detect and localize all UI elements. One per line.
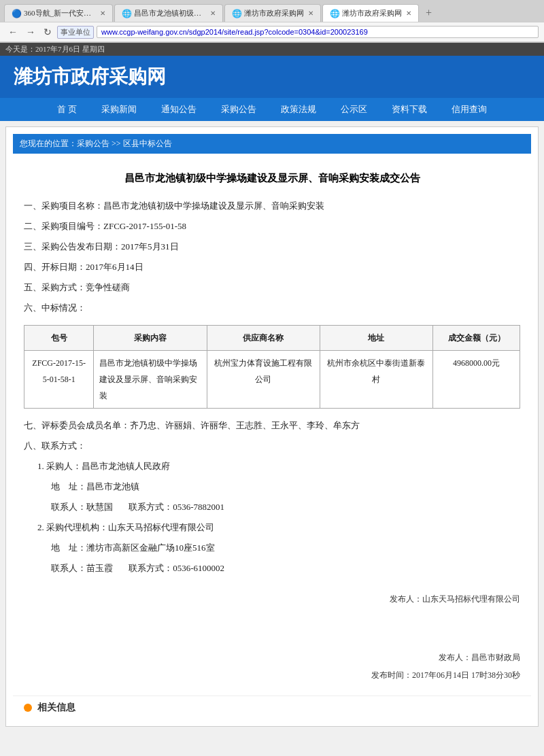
- tab-3-label: 潍坊市政府采购网: [244, 8, 304, 18]
- date-text: 今天是：2017年7月6日 星期四: [5, 45, 105, 53]
- section-7: 七、评标委员会成员名单：齐乃忠、许丽娟、许丽华、王志胜、王永平、李玲、牟东方: [24, 417, 520, 434]
- th-content: 采购内容: [94, 326, 207, 351]
- th-pkg: 包号: [24, 326, 94, 351]
- forward-button[interactable]: →: [23, 25, 38, 39]
- browser-chrome: 🔵 360导航_新一代安全上网导... ✕ 🌐 昌邑市龙池镇初级中学操场... …: [0, 0, 544, 43]
- nav-home[interactable]: 首 页: [45, 98, 89, 121]
- item-6: 六、中标情况：: [24, 299, 520, 317]
- tab-1[interactable]: 🔵 360导航_新一代安全上网导... ✕: [4, 4, 113, 22]
- section-8-text: 八、联系方式：: [24, 441, 86, 451]
- item-3-value: 2017年5月31日: [121, 241, 179, 252]
- address-input[interactable]: [97, 26, 539, 38]
- tab-bar: 🔵 360导航_新一代安全上网导... ✕ 🌐 昌邑市龙池镇初级中学操场... …: [0, 0, 544, 22]
- related-section: 相关信息: [13, 695, 531, 719]
- tab-4[interactable]: 🌐 潍坊市政府采购网 ✕: [322, 4, 419, 22]
- section-7-value: 齐乃忠、许丽娟、许丽华、王志胜、王永平、李玲、牟东方: [130, 420, 360, 430]
- th-supplier: 供应商名称: [207, 326, 320, 351]
- cell-content: 昌邑市龙池镇初级中学操场建设及显示屏、音响采购安装: [94, 351, 207, 409]
- contact1-person-value: 耿慧国: [86, 502, 113, 512]
- tab-3[interactable]: 🌐 潍坊市政府采购网 ✕: [224, 4, 321, 22]
- tab-2[interactable]: 🌐 昌邑市龙池镇初级中学操场... ✕: [114, 4, 223, 22]
- item-5: 五、采购方式：竞争性磋商: [24, 279, 520, 296]
- contact2-person: 联系人：苗玉霞 联系方式：0536-6100002: [37, 560, 520, 577]
- item-1: 一、采购项目名称：昌邑市龙池镇初级中学操场建设及显示屏、音响采购安装: [24, 197, 520, 215]
- info-bar: 今天是：2017年7月6日 星期四: [0, 43, 544, 56]
- business-tag: 事业单位: [57, 26, 94, 39]
- nav-policy[interactable]: 政策法规: [269, 98, 328, 121]
- contact2-addr-label: 地 址：: [51, 543, 86, 553]
- tab-2-close[interactable]: ✕: [210, 10, 216, 17]
- item-1-value: 昌邑市龙池镇初级中学操场建设及显示屏、音响采购安装: [103, 201, 324, 211]
- tab-2-label: 昌邑市龙池镇初级中学操场...: [134, 8, 206, 18]
- site-header: 潍坊市政府采购网: [0, 56, 544, 98]
- nav-news[interactable]: 采购新闻: [89, 98, 149, 121]
- address-bar: ← → ↻ 事业单位: [0, 22, 544, 42]
- item-6-label: 六、中标情况：: [24, 303, 86, 313]
- cell-amount: 4968000.00元: [433, 351, 520, 409]
- cell-pkg-no: ZFCG-2017-15-5-01-58-1: [24, 351, 94, 409]
- refresh-button[interactable]: ↻: [41, 25, 54, 39]
- item-5-value: 竞争性磋商: [86, 282, 130, 292]
- tab-3-icon: 🌐: [232, 9, 241, 18]
- related-label: 相关信息: [37, 702, 75, 714]
- contact2-phone-value: 0536-6100002: [173, 563, 224, 573]
- related-dot-icon: [24, 704, 32, 712]
- section-8-label: 八、联系方式：: [24, 437, 520, 455]
- item-1-label: 一、采购项目名称：: [24, 201, 103, 211]
- article: 昌邑市龙池镇初级中学操场建设及显示屏、音响采购安装成交公告 一、采购项目名称：昌…: [13, 165, 531, 690]
- section-7-label: 七、评标委员会成员名单：: [24, 420, 130, 430]
- breadcrumb: 您现在的位置：采购公告 >> 区县中标公告: [13, 134, 531, 154]
- cell-supplier: 杭州宝力体育设施工程有限公司: [207, 351, 320, 409]
- item-4-value: 2017年6月14日: [86, 262, 143, 272]
- tab-4-icon: 🌐: [330, 9, 339, 18]
- th-amount: 成交金额（元）: [433, 326, 520, 351]
- site-title: 潍坊市政府采购网: [14, 64, 530, 90]
- nav-download[interactable]: 资料下载: [379, 98, 439, 121]
- site-nav: 首 页 采购新闻 通知公告 采购公告 政策法规 公示区 资料下载 信用查询: [0, 98, 544, 121]
- contact2-person-value: 苗玉霞: [86, 563, 113, 573]
- nav-notice[interactable]: 通知公告: [149, 98, 209, 121]
- contact1-addr-label: 地 址：: [51, 481, 86, 492]
- item-5-label: 五、采购方式：: [24, 282, 86, 292]
- breadcrumb-text: 您现在的位置：采购公告 >> 区县中标公告: [20, 139, 172, 148]
- tab-1-label: 360导航_新一代安全上网导...: [24, 8, 96, 18]
- th-addr: 地址: [320, 326, 432, 351]
- content-wrapper: 您现在的位置：采购公告 >> 区县中标公告 昌邑市龙池镇初级中学操场建设及显示屏…: [5, 126, 539, 727]
- contact2-addr: 地 址：潍坊市高新区金融广场10座516室: [37, 539, 520, 557]
- item-2-value: ZFCG-2017-155-01-58: [103, 221, 186, 231]
- contact1-role: 1. 采购人：昌邑市龙池镇人民政府: [37, 458, 520, 475]
- tab-3-close[interactable]: ✕: [308, 10, 313, 17]
- contact2-addr-value: 潍坊市高新区金融广场10座516室: [86, 543, 215, 553]
- tab-2-icon: 🌐: [122, 9, 131, 18]
- table-row: ZFCG-2017-15-5-01-58-1 昌邑市龙池镇初级中学操场建设及显示…: [24, 351, 520, 409]
- article-body: 一、采购项目名称：昌邑市龙池镇初级中学操场建设及显示屏、音响采购安装 二、采购项…: [24, 197, 520, 683]
- contact1-person: 联系人：耿慧国 联系方式：0536-7882001: [37, 498, 520, 516]
- item-4: 四、开标日期：2017年6月14日: [24, 258, 520, 276]
- item-2-label: 二、采购项目编号：: [24, 221, 103, 231]
- tab-1-close[interactable]: ✕: [100, 10, 105, 17]
- contact1-phone-label: 联系方式：: [129, 502, 173, 512]
- contact2-phone-label: 联系方式：: [129, 563, 173, 573]
- contact1-addr-value: 昌邑市龙池镇: [86, 481, 139, 492]
- nav-purchase[interactable]: 采购公告: [209, 98, 269, 121]
- nav-credit[interactable]: 信用查询: [439, 98, 499, 121]
- contact2-role: 2. 采购代理机构：山东天马招标代理有限公司: [37, 519, 520, 536]
- back-button[interactable]: ←: [5, 25, 20, 39]
- contact-block: 1. 采购人：昌邑市龙池镇人民政府 地 址：昌邑市龙池镇 联系人：耿慧国 联系方…: [24, 458, 520, 577]
- item-3: 三、采购公告发布日期：2017年5月31日: [24, 238, 520, 256]
- tab-4-label: 潍坊市政府采购网: [342, 8, 402, 18]
- item-3-label: 三、采购公告发布日期：: [24, 241, 121, 252]
- contact1-phone-value: 0536-7882001: [173, 502, 224, 512]
- contact1-addr: 地 址：昌邑市龙池镇: [37, 478, 520, 496]
- bid-table: 包号 采购内容 供应商名称 地址 成交金额（元） ZFCG-2017-15-5-…: [24, 325, 520, 409]
- tab-4-close[interactable]: ✕: [406, 10, 411, 17]
- nav-public[interactable]: 公示区: [328, 98, 379, 121]
- tab-1-icon: 🔵: [12, 9, 21, 18]
- publisher1: 发布人：山东天马招标代理有限公司: [24, 591, 520, 607]
- contact2-person-label: 联系人：: [51, 563, 86, 573]
- new-tab-button[interactable]: +: [420, 4, 437, 22]
- publisher-info-1: 发布人：山东天马招标代理有限公司: [24, 591, 520, 607]
- article-title: 昌邑市龙池镇初级中学操场建设及显示屏、音响采购安装成交公告: [24, 170, 520, 186]
- item-4-label: 四、开标日期：: [24, 262, 86, 272]
- publisher2: 发布人：昌邑市财政局: [24, 649, 520, 666]
